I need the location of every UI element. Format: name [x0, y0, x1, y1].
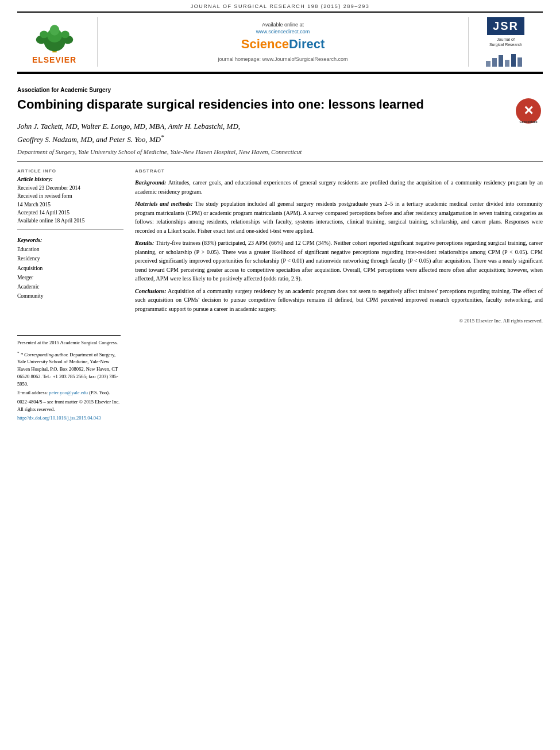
- elsevier-text: ELSEVIER: [32, 55, 76, 64]
- jsr-logo-section: JSR Journal of Surgical Research: [468, 17, 543, 67]
- left-divider-1: [17, 229, 123, 230]
- footnote-presented: Presented at the 2015 Academic Surgical …: [17, 339, 121, 347]
- two-column-layout: Article Info Article history: Received 2…: [17, 168, 543, 324]
- author-names: John J. Tackett, MD, Walter E. Longo, MD…: [17, 122, 240, 144]
- email-suffix-text: (P.S. Yoo).: [89, 390, 110, 395]
- footnote-corresponding: * * Corresponding author. Department of …: [17, 350, 121, 388]
- authors: John J. Tackett, MD, Walter E. Longo, MD…: [17, 121, 543, 145]
- abstract-background: Background: Attitudes, career goals, and…: [135, 178, 543, 196]
- main-content: Association for Academic Surgery Combini…: [17, 74, 543, 324]
- keyword-community: Community: [17, 291, 123, 301]
- email-label: E-mail address:: [17, 390, 48, 395]
- svg-text:CrossMark: CrossMark: [519, 120, 538, 124]
- journal-header: Journal of Surgical Research 198 (2015) …: [0, 0, 560, 11]
- copyright-line: © 2015 Elsevier Inc. All rights reserved…: [135, 318, 543, 324]
- methods-label: Materials and methods:: [135, 201, 193, 207]
- svg-rect-9: [492, 58, 497, 67]
- available-online-text: Available online at: [262, 22, 304, 28]
- available-online-date: Available online 18 April 2015: [17, 217, 123, 225]
- keyword-residency: Residency: [17, 254, 123, 263]
- affiliation: Department of Surgery, Yale University S…: [17, 148, 543, 155]
- abstract-methods: Materials and methods: The study populat…: [135, 199, 543, 235]
- abstract-results: Results: Thirty-five trainees (83%) part…: [135, 239, 543, 283]
- svg-point-6: [40, 30, 48, 38]
- results-text: Thirty-five trainees (83%) participated,…: [135, 240, 543, 282]
- sciencedirect-science: Science: [241, 37, 289, 51]
- svg-rect-12: [511, 54, 516, 67]
- author-asterisk: *: [161, 133, 164, 140]
- footnote-area: Presented at the 2015 Academic Surgical …: [17, 335, 121, 421]
- background-label: Background:: [135, 179, 166, 186]
- svg-point-3: [49, 25, 59, 35]
- keywords-label: Keywords:: [17, 237, 123, 243]
- svg-rect-10: [499, 55, 503, 67]
- right-column: Abstract Background: Attitudes, career g…: [135, 168, 543, 324]
- results-label: Results:: [135, 240, 154, 246]
- keyword-acquisition: Acquisition: [17, 264, 123, 273]
- conclusions-text: Acquisition of a community surgery resid…: [135, 288, 543, 312]
- elsevier-logo: ELSEVIER: [32, 20, 78, 64]
- keywords-section: Keywords: Education Residency Acquisitio…: [17, 237, 123, 301]
- abstract-label: Abstract: [135, 168, 543, 174]
- history-label: Article history:: [17, 176, 123, 182]
- left-column: Article Info Article history: Received 2…: [17, 168, 123, 324]
- svg-rect-8: [486, 61, 491, 67]
- keyword-education: Education: [17, 245, 123, 254]
- methods-text: The study population included all genera…: [135, 201, 543, 234]
- svg-rect-11: [505, 60, 509, 67]
- jsr-chart-decoration: [483, 49, 529, 67]
- section-divider-1: [17, 161, 543, 161]
- doi-link[interactable]: http://dx.doi.org/10.1016/j.jss.2015.04.…: [17, 415, 101, 421]
- crossmark-badge[interactable]: ✕ CrossMark: [514, 97, 543, 129]
- banner: ELSEVIER Available online at www.science…: [17, 11, 543, 72]
- svg-rect-13: [517, 57, 522, 67]
- footnote-email: E-mail address: peter.yoo@yale.edu (P.S.…: [17, 389, 121, 397]
- jsr-subtitle: Journal of Surgical Research: [489, 37, 522, 47]
- conclusions-label: Conclusions:: [135, 288, 166, 294]
- svg-text:✕: ✕: [523, 103, 534, 118]
- elsevier-logo-section: ELSEVIER: [17, 17, 98, 67]
- received-revised-date: Received in revised form 14 March 2015: [17, 192, 123, 209]
- keyword-academic: Academic: [17, 282, 123, 291]
- footnote-issn: 0022-4804/$ – see front matter © 2015 El…: [17, 398, 121, 413]
- sciencedirect-section: Available online at www.sciencedirect.co…: [98, 17, 468, 67]
- crossmark-icon: ✕ CrossMark: [514, 97, 543, 125]
- journal-homepage: journal homepage: www.JournalofSurgicalR…: [218, 56, 347, 62]
- corresponding-label: * Corresponding author.: [21, 352, 69, 357]
- svg-point-7: [61, 30, 69, 38]
- article-title: Combining disparate surgical residencies…: [17, 97, 543, 113]
- sciencedirect-url[interactable]: www.sciencedirect.com: [256, 29, 310, 34]
- accepted-date: Accepted 14 April 2015: [17, 209, 123, 217]
- sciencedirect-direct: Direct: [289, 37, 325, 51]
- elsevier-tree-icon: [32, 20, 78, 54]
- keyword-merger: Merger: [17, 273, 123, 282]
- email-link[interactable]: peter.yoo@yale.edu: [49, 390, 88, 395]
- article-title-text: Combining disparate surgical residencies…: [17, 97, 424, 111]
- jsr-logo: JSR Journal of Surgical Research: [483, 17, 529, 67]
- article-info-label: Article Info: [17, 168, 123, 174]
- abstract-conclusions: Conclusions: Acquisition of a community …: [135, 287, 543, 314]
- sciencedirect-logo: ScienceDirect: [241, 37, 325, 52]
- received-date: Received 23 December 2014: [17, 184, 123, 192]
- jsr-badge: JSR: [487, 17, 524, 35]
- footnote-doi: http://dx.doi.org/10.1016/j.jss.2015.04.…: [17, 414, 121, 422]
- footnote-asterisk: *: [17, 351, 20, 355]
- association-label: Association for Academic Surgery: [17, 87, 543, 93]
- background-text-content: Attitudes, career goals, and educational…: [135, 179, 543, 195]
